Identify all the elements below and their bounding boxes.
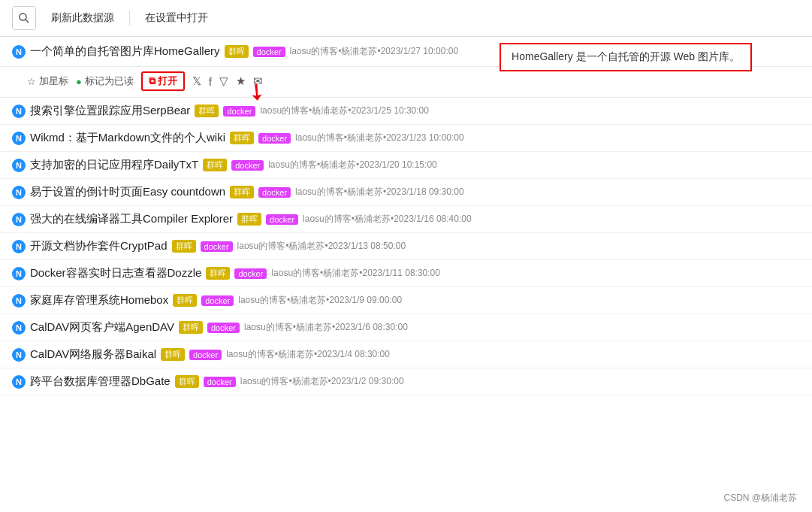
- refresh-button[interactable]: 刷新此数据源: [51, 11, 114, 25]
- star-button[interactable]: ☆ 加星标: [27, 74, 68, 88]
- n-badge: N: [12, 132, 26, 145]
- list-item[interactable]: N 跨平台数据库管理器DbGate 群晖 docker laosu的博客•杨浦老…: [0, 368, 812, 395]
- tag-qunhui[interactable]: 群晖: [230, 132, 254, 144]
- tag-docker[interactable]: docker: [204, 377, 236, 387]
- star-icon: ☆: [27, 76, 36, 87]
- open-settings-button[interactable]: 在设置中打开: [145, 11, 208, 25]
- tag-docker-featured[interactable]: docker: [253, 47, 285, 57]
- page-footer: CSDN @杨浦老苏: [723, 492, 797, 504]
- tooltip-box: HomeGallery 是一个自托管的开源 Web 图片库。: [500, 43, 752, 71]
- list-area: N 一个简单的自托管图片库HomeGallery 群晖 docker laosu…: [0, 37, 812, 395]
- item-meta: laosu的博客•杨浦老苏•2023/1/25 10:30:00: [260, 105, 429, 117]
- list-item[interactable]: N 家庭库存管理系统Homebox 群晖 docker laosu的博客•杨浦老…: [0, 287, 812, 314]
- open-external-icon: ⧉: [149, 75, 155, 87]
- item-meta: laosu的博客•杨浦老苏•2023/1/11 08:30:00: [271, 267, 440, 280]
- tag-qunhui[interactable]: 群晖: [195, 105, 219, 117]
- item-title: Docker容器实时日志查看器Dozzle: [30, 266, 201, 280]
- tag-docker[interactable]: docker: [223, 106, 255, 117]
- n-badge: N: [12, 186, 26, 199]
- svg-line-1: [26, 20, 29, 23]
- n-badge: N: [12, 213, 26, 226]
- item-meta: laosu的博客•杨浦老苏•2023/1/18 09:30:00: [295, 186, 464, 198]
- tag-qunhui[interactable]: 群晖: [161, 348, 185, 361]
- item-meta: laosu的博客•杨浦老苏•2023/1/2 09:30:00: [240, 375, 404, 388]
- tag-qunhui[interactable]: 群晖: [230, 186, 254, 198]
- tag-docker[interactable]: docker: [266, 214, 298, 225]
- n-badge: N: [12, 294, 26, 308]
- open-button[interactable]: ⧉ 打开: [141, 71, 185, 91]
- list-item[interactable]: N 搜索引擎位置跟踪应用SerpBear 群晖 docker laosu的博客•…: [0, 98, 812, 125]
- pocket-icon[interactable]: ▽: [219, 74, 228, 88]
- item-meta: laosu的博客•杨浦老苏•2023/1/23 10:00:00: [295, 132, 464, 144]
- tag-docker[interactable]: docker: [231, 160, 264, 171]
- list-item[interactable]: N 强大的在线编译器工具Compiler Explorer 群晖 docker …: [0, 206, 812, 233]
- item-meta: laosu的博客•杨浦老苏•2023/1/13 08:50:00: [237, 240, 406, 253]
- tag-docker[interactable]: docker: [201, 295, 234, 306]
- item-meta: laosu的博客•杨浦老苏•2023/1/4 08:30:00: [226, 348, 390, 361]
- n-badge: N: [12, 240, 26, 253]
- item-title: 开源文档协作套件CryptPad: [30, 239, 168, 253]
- tag-docker[interactable]: docker: [234, 268, 267, 279]
- n-badge: N: [12, 348, 26, 362]
- star-filled-icon[interactable]: ★: [236, 74, 246, 88]
- tag-qunhui[interactable]: 群晖: [173, 294, 197, 307]
- n-badge: N: [12, 375, 26, 389]
- list-item[interactable]: N 易于设置的倒计时页面Easy countdown 群晖 docker lao…: [0, 179, 812, 206]
- n-badge: N: [12, 159, 26, 172]
- facebook-icon[interactable]: f: [209, 75, 212, 88]
- list-item[interactable]: N Docker容器实时日志查看器Dozzle 群晖 docker laosu的…: [0, 260, 812, 287]
- item-meta: laosu的博客•杨浦老苏•2023/1/9 09:00:00: [238, 294, 402, 307]
- list-item[interactable]: N CalDAV网络服务器Baikal 群晖 docker laosu的博客•杨…: [0, 341, 812, 368]
- list-item[interactable]: N Wikmd：基于Markdown文件的个人wiki 群晖 docker la…: [0, 125, 812, 152]
- item-title: 支持加密的日记应用程序DailyTxT: [30, 158, 198, 172]
- tag-docker[interactable]: docker: [258, 187, 291, 198]
- item-title: CalDAV网页客户端AgenDAV: [30, 320, 174, 335]
- twitter-icon[interactable]: 𝕏: [192, 74, 201, 88]
- tag-docker[interactable]: docker: [258, 133, 291, 144]
- featured-title[interactable]: 一个简单的自托管图片库HomeGallery: [30, 44, 220, 59]
- featured-item: N 一个简单的自托管图片库HomeGallery 群晖 docker laosu…: [0, 37, 812, 67]
- search-icon[interactable]: [12, 6, 36, 30]
- topbar: 刷新此数据源 在设置中打开: [0, 0, 812, 37]
- tag-qunhui[interactable]: 群晖: [179, 321, 203, 334]
- tag-qunhui[interactable]: 群晖: [203, 159, 227, 171]
- n-badge: N: [12, 267, 26, 280]
- item-title: 家庭库存管理系统Homebox: [30, 293, 168, 308]
- item-title: 跨平台数据库管理器DbGate: [30, 374, 171, 389]
- check-icon: ●: [76, 76, 82, 87]
- tag-docker[interactable]: docker: [201, 241, 233, 252]
- list-item[interactable]: N 开源文档协作套件CryptPad 群晖 docker laosu的博客•杨浦…: [0, 233, 812, 260]
- tag-docker[interactable]: docker: [189, 350, 222, 360]
- item-meta: laosu的博客•杨浦老苏•2023/1/6 08:30:00: [244, 321, 408, 334]
- tag-qunhui-featured[interactable]: 群晖: [225, 45, 249, 58]
- tag-qunhui[interactable]: 群晖: [175, 375, 199, 388]
- n-badge: N: [12, 321, 26, 335]
- tag-qunhui[interactable]: 群晖: [237, 213, 261, 226]
- item-title: Wikmd：基于Markdown文件的个人wiki: [30, 131, 225, 145]
- item-title: 强大的在线编译器工具Compiler Explorer: [30, 212, 233, 226]
- item-title: CalDAV网络服务器Baikal: [30, 347, 156, 362]
- items-container: N 搜索引擎位置跟踪应用SerpBear 群晖 docker laosu的博客•…: [0, 98, 812, 395]
- tag-qunhui[interactable]: 群晖: [206, 267, 230, 280]
- item-meta: laosu的博客•杨浦老苏•2023/1/16 08:40:00: [303, 213, 472, 226]
- list-item[interactable]: N 支持加密的日记应用程序DailyTxT 群晖 docker laosu的博客…: [0, 152, 812, 179]
- item-title: 易于设置的倒计时页面Easy countdown: [30, 185, 225, 199]
- featured-meta: laosu的博客•杨浦老苏•2023/1/27 10:00:00: [290, 45, 459, 58]
- divider: [129, 11, 130, 26]
- tag-docker[interactable]: docker: [207, 323, 240, 333]
- action-bar: ☆ 加星标 ● 标记为已读 ⧉ 打开 𝕏 f ▽ ★ ✉: [0, 67, 812, 98]
- n-badge: N: [12, 105, 26, 118]
- item-title: 搜索引擎位置跟踪应用SerpBear: [30, 104, 190, 118]
- item-meta: laosu的博客•杨浦老苏•2023/1/20 10:15:00: [268, 159, 437, 171]
- mark-read-button[interactable]: ● 标记为已读: [76, 74, 134, 88]
- tag-qunhui[interactable]: 群晖: [172, 240, 196, 253]
- n-badge: N: [12, 45, 26, 59]
- list-item[interactable]: N CalDAV网页客户端AgenDAV 群晖 docker laosu的博客•…: [0, 314, 812, 341]
- svg-point-0: [20, 14, 26, 20]
